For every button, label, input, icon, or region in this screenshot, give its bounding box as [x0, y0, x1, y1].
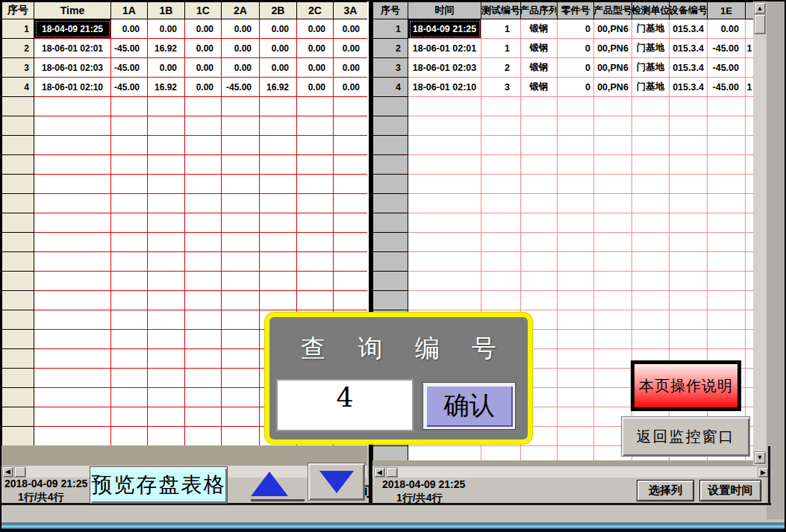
grid-cell[interactable] [521, 233, 558, 252]
grid-cell[interactable] [558, 136, 594, 155]
grid-cell[interactable] [558, 97, 594, 116]
grid-cell[interactable] [260, 194, 297, 213]
grid-cell[interactable]: 锻钢 [521, 58, 558, 78]
select-columns-button[interactable]: 选择列 [637, 480, 694, 501]
grid-cell[interactable] [521, 213, 558, 233]
grid-cell[interactable]: 00,PN6 [594, 19, 632, 39]
grid-cell[interactable]: 16.92 [148, 78, 185, 97]
grid-cell[interactable]: 015.3.4 [670, 58, 708, 78]
grid-cell[interactable]: 门基地 [632, 58, 670, 78]
grid-cell[interactable] [670, 136, 708, 155]
grid-cell[interactable] [222, 272, 260, 291]
row-index-cell[interactable]: 2 [2, 39, 34, 58]
grid-cell[interactable] [481, 446, 521, 460]
grid-cell[interactable] [594, 116, 632, 136]
grid-cell[interactable] [222, 213, 260, 233]
grid-cell[interactable]: 0.00 [334, 58, 368, 78]
confirm-button[interactable]: 确认 [425, 385, 513, 427]
grid-cell[interactable]: 18-06-01 02:01 [34, 39, 111, 58]
grid-cell[interactable] [34, 97, 111, 116]
grid-cell[interactable]: 0.00 [148, 58, 185, 78]
page-up-button[interactable] [251, 472, 288, 496]
grid-cell[interactable] [594, 349, 632, 369]
grid-cell[interactable] [185, 213, 222, 233]
grid-cell[interactable] [558, 310, 594, 330]
grid-cell[interactable] [148, 369, 185, 388]
grid-cell[interactable] [632, 233, 670, 252]
grid-cell[interactable] [34, 155, 111, 175]
grid-cell[interactable] [34, 213, 111, 233]
grid-cell[interactable] [594, 155, 632, 175]
grid-cell[interactable]: 0.00 [185, 78, 222, 97]
row-index-cell[interactable]: 4 [373, 78, 408, 97]
grid-cell[interactable] [185, 369, 222, 388]
grid-cell[interactable] [558, 369, 594, 388]
grid-cell[interactable] [334, 233, 368, 252]
grid-cell[interactable] [594, 213, 632, 233]
grid-cell[interactable] [222, 175, 260, 194]
grid-cell[interactable] [111, 194, 148, 213]
grid-cell[interactable]: 0.00 [260, 19, 297, 39]
grid-cell[interactable] [670, 233, 708, 252]
grid-cell[interactable] [481, 97, 521, 116]
grid-cell[interactable] [558, 252, 594, 272]
grid-cell[interactable] [521, 194, 558, 213]
row-index-cell[interactable] [373, 252, 408, 272]
grid-cell[interactable]: -45.00 [222, 78, 260, 97]
grid-cell[interactable]: 18-04-09 21:25 [34, 19, 111, 39]
grid-cell[interactable] [670, 116, 708, 136]
row-index-cell[interactable] [2, 369, 34, 388]
grid-cell[interactable]: 0.00 [297, 58, 334, 78]
grid-cell[interactable] [185, 349, 222, 369]
grid-cell[interactable] [222, 291, 260, 310]
grid-cell[interactable] [222, 97, 260, 116]
grid-cell[interactable] [111, 369, 148, 388]
grid-cell[interactable] [260, 213, 297, 233]
grid-cell[interactable] [594, 194, 632, 213]
grid-cell[interactable] [670, 252, 708, 272]
grid-cell[interactable] [408, 233, 481, 252]
row-index-cell[interactable] [2, 349, 34, 369]
grid-cell[interactable] [222, 310, 260, 330]
grid-cell[interactable] [111, 272, 148, 291]
grid-cell[interactable] [670, 155, 708, 175]
grid-cell[interactable] [148, 155, 185, 175]
grid-cell[interactable] [111, 310, 148, 330]
grid-cell[interactable] [558, 155, 594, 175]
query-number-input[interactable] [276, 379, 414, 431]
row-index-cell[interactable] [2, 116, 34, 136]
grid-cell[interactable] [222, 349, 260, 369]
grid-cell[interactable] [297, 272, 334, 291]
grid-cell[interactable] [558, 388, 594, 407]
grid-cell[interactable]: 1 [481, 19, 521, 39]
grid-cell[interactable] [632, 330, 670, 349]
grid-cell[interactable] [148, 136, 185, 155]
grid-cell[interactable] [297, 136, 334, 155]
grid-cell[interactable] [111, 213, 148, 233]
grid-cell[interactable] [334, 136, 368, 155]
grid-cell[interactable] [632, 136, 670, 155]
row-index-cell[interactable] [2, 175, 34, 194]
grid-cell[interactable]: 0.00 [334, 39, 368, 58]
page-help-button[interactable]: 本页操作说明 [631, 360, 741, 411]
grid-cell[interactable] [260, 155, 297, 175]
grid-cell[interactable]: -45.00 [708, 78, 746, 97]
grid-cell[interactable]: -45.00 [111, 78, 148, 97]
grid-cell[interactable] [297, 213, 334, 233]
grid-cell[interactable] [708, 233, 746, 252]
grid-cell[interactable] [260, 97, 297, 116]
grid-cell[interactable] [558, 272, 594, 291]
grid-cell[interactable] [408, 175, 481, 194]
grid-cell[interactable] [558, 194, 594, 213]
grid-cell[interactable] [594, 175, 632, 194]
grid-cell[interactable]: 18-04-09 21:25 [408, 19, 481, 39]
grid-cell[interactable] [708, 272, 746, 291]
grid-cell[interactable]: 0 [558, 78, 594, 97]
grid-cell[interactable] [185, 252, 222, 272]
grid-cell[interactable] [594, 369, 632, 388]
grid-cell[interactable]: 16.92 [260, 78, 297, 97]
grid-cell[interactable]: 锻钢 [521, 78, 558, 97]
preview-saved-table-button[interactable]: 预览存盘表格 [90, 466, 228, 504]
horizontal-scroll-thumb[interactable] [14, 466, 26, 478]
grid-cell[interactable]: 锻钢 [521, 39, 558, 58]
